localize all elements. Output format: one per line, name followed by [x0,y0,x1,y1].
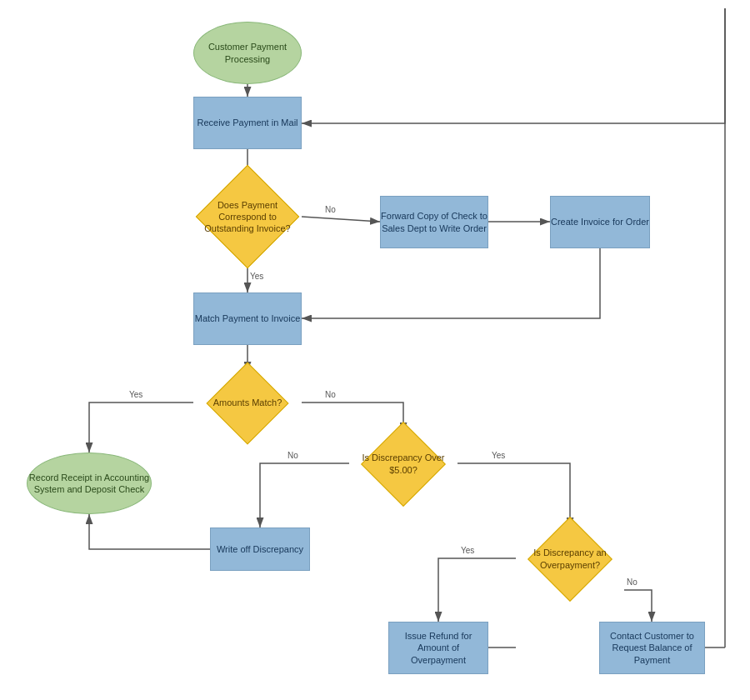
discrepancy-over-node: Is Discrepancy Over $5.00? [349,432,458,495]
receive-payment-node: Receive Payment in Mail [193,97,302,149]
record-receipt-node: Record Receipt in Accounting System and … [27,452,152,514]
svg-text:Yes: Yes [250,272,263,281]
svg-text:Yes: Yes [461,546,474,555]
forward-copy-node: Forward Copy of Check to Sales Dept to W… [380,196,488,248]
issue-refund-node: Issue Refund for Amount of Overpayment [388,622,488,674]
match-payment-node: Match Payment to Invoice [193,292,302,345]
svg-text:No: No [325,390,336,399]
svg-text:No: No [288,451,298,460]
svg-text:Yes: Yes [129,390,142,399]
svg-text:No: No [325,205,336,214]
svg-line-3 [302,217,380,222]
overpayment-diamond-node: Is Discrepancy an Overpayment? [516,528,624,590]
create-invoice-node: Create Invoice for Order [550,196,650,248]
start-node: Customer Payment Processing [193,22,302,84]
svg-text:No: No [627,578,638,587]
svg-text:Yes: Yes [492,451,505,460]
flowchart: No Yes Yes No No Yes Yes No [0,0,750,700]
amounts-match-node: Amounts Match? [193,372,302,434]
diamond1-node: Does Payment Correspond to Outstanding I… [193,179,302,254]
write-off-node: Write off Discrepancy [210,528,310,571]
contact-customer-node: Contact Customer to Request Balance of P… [599,622,705,674]
